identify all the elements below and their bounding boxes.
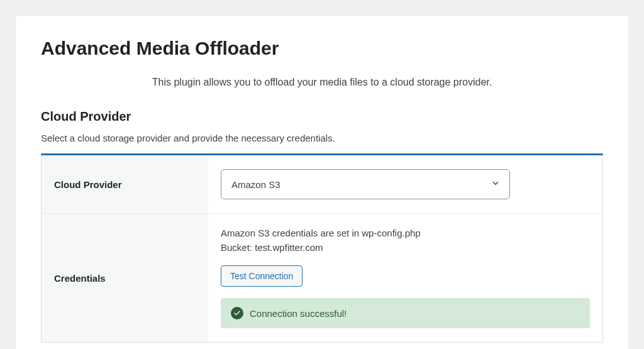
label-cloud-provider: Cloud Provider xyxy=(42,155,208,213)
cloud-provider-select-wrap: Amazon S3 xyxy=(221,169,510,199)
content-cloud-provider: Amazon S3 xyxy=(208,155,602,213)
check-circle-icon xyxy=(231,307,243,319)
cloud-provider-select[interactable]: Amazon S3 xyxy=(221,169,510,199)
row-cloud-provider: Cloud Provider Amazon S3 xyxy=(42,155,602,214)
section-title: Cloud Provider xyxy=(41,109,603,124)
content-credentials: Amazon S3 credentials are set in wp-conf… xyxy=(208,214,602,342)
page-description: This plugin allows you to offload your m… xyxy=(41,77,603,88)
row-credentials: Credentials Amazon S3 credentials are se… xyxy=(42,214,602,342)
connection-success-text: Connection successful! xyxy=(250,308,347,319)
credentials-status: Amazon S3 credentials are set in wp-conf… xyxy=(221,228,590,238)
connection-success-notice: Connection successful! xyxy=(221,298,590,328)
test-connection-button[interactable]: Test Connection xyxy=(221,265,303,287)
credentials-bucket: Bucket: test.wpfitter.com xyxy=(221,242,590,253)
section-subtitle: Select a cloud storage provider and prov… xyxy=(41,133,603,143)
page-title: Advanced Media Offloader xyxy=(41,38,603,59)
settings-table: Cloud Provider Amazon S3 Credentials Ama… xyxy=(41,153,603,343)
label-credentials: Credentials xyxy=(42,214,208,342)
settings-card: Advanced Media Offloader This plugin all… xyxy=(16,16,628,349)
